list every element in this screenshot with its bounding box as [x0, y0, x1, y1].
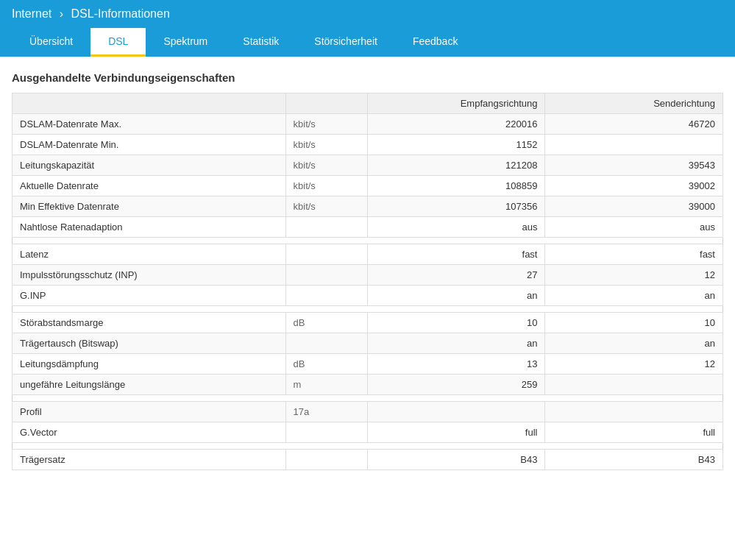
table-row: ungefähre Leitungslänge m 259 [13, 375, 723, 395]
row-label: Leitungskapazität [13, 155, 286, 176]
section-title: Ausgehandelte Verbindungseigenschaften [12, 71, 723, 84]
row-send [545, 402, 723, 422]
main-content: Ausgehandelte Verbindungseigenschaften E… [0, 57, 735, 485]
row-emp: 259 [367, 375, 545, 395]
row-unit [285, 244, 367, 265]
tab-statistik[interactable]: Statistik [225, 28, 297, 57]
breadcrumb-separator: › [60, 7, 67, 20]
col-header-label [13, 93, 286, 114]
row-send: fast [545, 244, 723, 265]
row-label: Trägersatz [13, 450, 286, 470]
breadcrumb: Internet › DSL-Informationen [12, 7, 170, 21]
properties-table: Empfangsrichtung Senderichtung DSLAM-Dat… [12, 93, 723, 470]
row-send: 12 [545, 265, 723, 286]
tab-storsicherheit[interactable]: Störsicherheit [297, 28, 395, 57]
table-header-row: Empfangsrichtung Senderichtung [13, 93, 723, 114]
table-row: Trägertausch (Bitswap) an an [13, 333, 723, 354]
row-send: 39002 [545, 176, 723, 196]
row-emp: full [367, 422, 545, 443]
table-row: Profil 17a [13, 402, 723, 422]
row-emp: 1152 [367, 135, 545, 155]
tab-dsl[interactable]: DSL [90, 28, 146, 57]
table-row [13, 238, 723, 244]
table-row: Störabstandsmarge dB 10 10 [13, 313, 723, 333]
row-send [545, 135, 723, 155]
row-unit [285, 450, 367, 470]
row-emp: 220016 [367, 114, 545, 135]
row-unit [285, 333, 367, 354]
row-label: DSLAM-Datenrate Min. [13, 135, 286, 155]
row-emp: fast [367, 244, 545, 265]
row-unit: kbit/s [285, 114, 367, 135]
row-unit: 17a [285, 402, 367, 422]
table-row: Aktuelle Datenrate kbit/s 108859 39002 [13, 176, 723, 196]
row-unit: kbit/s [285, 176, 367, 196]
col-header-unit [285, 93, 367, 114]
row-send: 39543 [545, 155, 723, 176]
row-label: Nahtlose Ratenadaption [13, 217, 286, 238]
table-row: Leitungskapazität kbit/s 121208 39543 [13, 155, 723, 176]
table-row: G.Vector full full [13, 422, 723, 443]
row-send: 10 [545, 313, 723, 333]
tab-feedback[interactable]: Feedback [395, 28, 475, 57]
row-emp: an [367, 286, 545, 306]
row-unit: dB [285, 313, 367, 333]
row-unit: m [285, 375, 367, 395]
table-row: DSLAM-Datenrate Min. kbit/s 1152 [13, 135, 723, 155]
table-row: Trägersatz B43 B43 [13, 450, 723, 470]
row-send: aus [545, 217, 723, 238]
table-row: Min Effektive Datenrate kbit/s 107356 39… [13, 196, 723, 217]
row-send: 46720 [545, 114, 723, 135]
row-label: Störabstandsmarge [13, 313, 286, 333]
row-label: Trägertausch (Bitswap) [13, 333, 286, 354]
row-emp: 27 [367, 265, 545, 286]
row-emp: aus [367, 217, 545, 238]
row-emp [367, 402, 545, 422]
row-emp: 108859 [367, 176, 545, 196]
table-row [13, 395, 723, 402]
row-label: Aktuelle Datenrate [13, 176, 286, 196]
row-unit: dB [285, 354, 367, 375]
row-unit [285, 286, 367, 306]
table-row: G.INP an an [13, 286, 723, 306]
row-send: B43 [545, 450, 723, 470]
tab-bar: Übersicht DSL Spektrum Statistik Störsic… [0, 28, 735, 57]
row-label: Latenz [13, 244, 286, 265]
row-emp: 10 [367, 313, 545, 333]
table-row: Leitungsdämpfung dB 13 12 [13, 354, 723, 375]
row-emp: 121208 [367, 155, 545, 176]
row-unit: kbit/s [285, 196, 367, 217]
row-send: an [545, 333, 723, 354]
row-emp: B43 [367, 450, 545, 470]
row-label: ungefähre Leitungslänge [13, 375, 286, 395]
row-unit [285, 265, 367, 286]
row-emp: 107356 [367, 196, 545, 217]
breadcrumb-internet: Internet [12, 7, 52, 20]
page-header: Internet › DSL-Informationen [0, 0, 735, 28]
row-send: full [545, 422, 723, 443]
table-row: Nahtlose Ratenadaption aus aus [13, 217, 723, 238]
row-unit: kbit/s [285, 135, 367, 155]
row-emp: an [367, 333, 545, 354]
col-header-send: Senderichtung [545, 93, 723, 114]
row-send: 39000 [545, 196, 723, 217]
breadcrumb-dsl: DSL-Informationen [71, 7, 170, 20]
table-row: Impulsstörungsschutz (INP) 27 12 [13, 265, 723, 286]
row-send [545, 375, 723, 395]
row-label: Min Effektive Datenrate [13, 196, 286, 217]
table-row [13, 443, 723, 450]
table-row: Latenz fast fast [13, 244, 723, 265]
row-label: G.INP [13, 286, 286, 306]
row-label: G.Vector [13, 422, 286, 443]
row-unit [285, 422, 367, 443]
row-label: Profil [13, 402, 286, 422]
tab-spektrum[interactable]: Spektrum [146, 28, 225, 57]
tab-ubersicht[interactable]: Übersicht [12, 28, 90, 57]
table-row: DSLAM-Datenrate Max. kbit/s 220016 46720 [13, 114, 723, 135]
row-emp: 13 [367, 354, 545, 375]
row-label: Impulsstörungsschutz (INP) [13, 265, 286, 286]
row-send: 12 [545, 354, 723, 375]
row-unit [285, 217, 367, 238]
table-row [13, 306, 723, 313]
col-header-emp: Empfangsrichtung [367, 93, 545, 114]
